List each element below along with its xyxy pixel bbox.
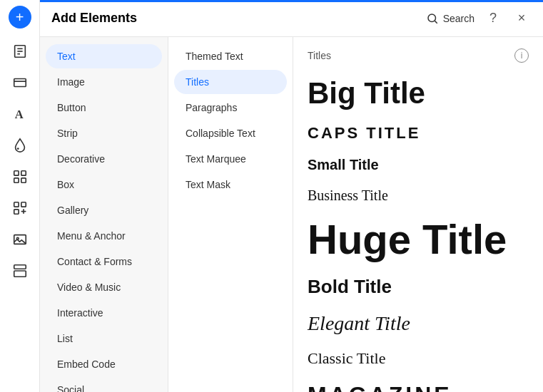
- svg-point-19: [428, 14, 436, 22]
- background-icon[interactable]: [6, 68, 34, 97]
- close-button[interactable]: ×: [512, 9, 532, 29]
- plugins-icon[interactable]: [6, 194, 34, 222]
- category-item-decorative[interactable]: Decorative: [46, 147, 162, 171]
- media-icon[interactable]: [6, 225, 34, 254]
- big-title-text: Big Title: [308, 76, 425, 110]
- category-item-image[interactable]: Image: [46, 70, 162, 94]
- preview-header: Titles i: [308, 48, 529, 63]
- category-list: Text Image Button Strip Decorative Box G…: [40, 37, 168, 392]
- info-button[interactable]: i: [514, 48, 529, 63]
- svg-rect-14: [14, 210, 18, 214]
- svg-rect-18: [14, 271, 26, 277]
- svg-rect-10: [14, 178, 18, 182]
- apps-icon[interactable]: [6, 163, 34, 191]
- svg-rect-12: [14, 202, 18, 207]
- text-tool-icon[interactable]: A: [6, 100, 34, 128]
- search-icon: [426, 12, 439, 25]
- category-item-list[interactable]: List: [46, 326, 162, 351]
- classic-title-text: Classic Title: [308, 349, 385, 367]
- category-item-contact-forms[interactable]: Contact & Forms: [46, 249, 162, 274]
- svg-rect-9: [21, 171, 25, 175]
- subcategory-item-collapsible-text[interactable]: Collapsible Text: [174, 121, 287, 145]
- search-button[interactable]: Search: [426, 12, 475, 25]
- subcategory-item-themed-text[interactable]: Themed Text: [174, 44, 287, 68]
- add-elements-button[interactable]: +: [9, 6, 31, 29]
- category-item-strip[interactable]: Strip: [46, 121, 162, 145]
- content-area: Text Image Button Strip Decorative Box G…: [40, 37, 543, 392]
- subcategory-item-titles[interactable]: Titles: [174, 70, 287, 94]
- top-accent: [40, 0, 543, 2]
- subcategory-item-text-mask[interactable]: Text Mask: [174, 172, 287, 197]
- category-item-gallery[interactable]: Gallery: [46, 198, 162, 222]
- caps-title-text: CAPS TITLE: [308, 124, 420, 142]
- magazine-title-item[interactable]: MAGAZINE TITLE: [308, 379, 529, 392]
- elegant-title-text: Elegant Title: [308, 312, 410, 334]
- category-item-embed-code[interactable]: Embed Code: [46, 352, 162, 376]
- svg-text:A: A: [14, 108, 23, 121]
- elegant-title-item[interactable]: Elegant Title: [308, 309, 529, 338]
- subcategory-list: Themed Text Titles Paragraphs Collapsibl…: [168, 37, 293, 392]
- grid-icon[interactable]: [6, 257, 34, 285]
- magazine-title-text: MAGAZINE TITLE: [308, 382, 452, 392]
- category-item-social[interactable]: Social: [46, 378, 162, 392]
- subcategory-item-text-marquee[interactable]: Text Marquee: [174, 147, 287, 171]
- svg-rect-13: [21, 202, 25, 207]
- business-title-text: Business Title: [308, 187, 388, 203]
- bold-title-text: Bold Title: [308, 276, 392, 297]
- preview-panel: Titles i Big Title CAPS TITLE Small Titl…: [293, 37, 543, 392]
- big-title-item[interactable]: Big Title: [308, 74, 529, 113]
- small-title-item[interactable]: Small Title: [308, 154, 529, 176]
- icon-bar: + A: [0, 0, 40, 392]
- panel-header: Add Elements Search ? ×: [40, 0, 543, 37]
- header-controls: Search ? ×: [426, 9, 532, 29]
- category-item-button[interactable]: Button: [46, 96, 162, 120]
- svg-rect-8: [14, 171, 18, 175]
- category-item-menu-anchor[interactable]: Menu & Anchor: [46, 224, 162, 248]
- svg-line-20: [435, 21, 437, 23]
- category-item-interactive[interactable]: Interactive: [46, 301, 162, 325]
- subcategory-item-paragraphs[interactable]: Paragraphs: [174, 96, 287, 120]
- category-item-box[interactable]: Box: [46, 172, 162, 197]
- svg-rect-17: [14, 265, 26, 269]
- panel-title: Add Elements: [51, 11, 137, 26]
- pages-icon[interactable]: [6, 37, 34, 66]
- bold-title-item[interactable]: Bold Title: [308, 273, 529, 301]
- svg-rect-11: [21, 178, 25, 182]
- caps-title-item[interactable]: CAPS TITLE: [308, 121, 529, 145]
- business-title-item[interactable]: Business Title: [308, 185, 529, 207]
- classic-title-item[interactable]: Classic Title: [308, 346, 529, 371]
- huge-title-text: Huge Title: [308, 216, 507, 262]
- preview-section-title: Titles: [308, 50, 331, 61]
- category-item-video-music[interactable]: Video & Music: [46, 275, 162, 299]
- huge-title-item[interactable]: Huge Title: [308, 215, 529, 264]
- help-button[interactable]: ?: [483, 9, 503, 29]
- svg-point-7: [16, 148, 19, 150]
- category-item-text[interactable]: Text: [46, 44, 162, 68]
- svg-rect-4: [14, 79, 26, 87]
- design-icon[interactable]: [6, 131, 34, 160]
- main-panel: Add Elements Search ? × Text Image Butto…: [40, 0, 543, 392]
- small-title-text: Small Title: [308, 157, 379, 172]
